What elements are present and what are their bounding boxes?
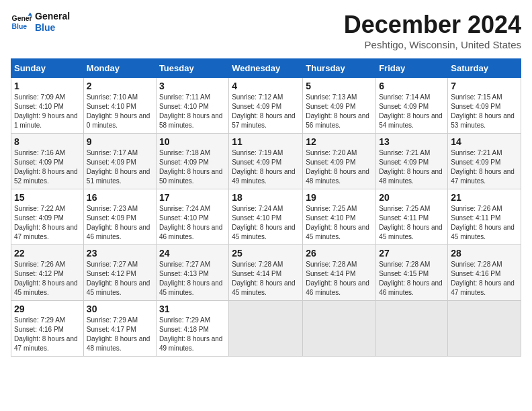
day-detail: Sunrise: 7:27 AMSunset: 4:13 PMDaylight:… — [159, 260, 226, 298]
day-detail: Sunrise: 7:21 AMSunset: 4:09 PMDaylight:… — [379, 148, 445, 186]
calendar-cell: 29Sunrise: 7:29 AMSunset: 4:16 PMDayligh… — [11, 301, 84, 357]
day-detail: Sunrise: 7:16 AMSunset: 4:09 PMDaylight:… — [14, 148, 81, 186]
day-number: 27 — [379, 248, 445, 259]
day-detail: Sunrise: 7:25 AMSunset: 4:11 PMDaylight:… — [379, 204, 445, 242]
calendar-cell: 14Sunrise: 7:21 AMSunset: 4:09 PMDayligh… — [448, 134, 521, 189]
day-number: 8 — [14, 136, 81, 147]
day-number: 7 — [451, 81, 518, 91]
day-detail: Sunrise: 7:29 AMSunset: 4:16 PMDaylight:… — [14, 316, 81, 353]
day-detail: Sunrise: 7:24 AMSunset: 4:10 PMDaylight:… — [232, 204, 300, 242]
calendar-cell: 11Sunrise: 7:19 AMSunset: 4:09 PMDayligh… — [229, 134, 303, 189]
calendar-table: SundayMondayTuesdayWednesdayThursdayFrid… — [11, 58, 521, 357]
calendar-cell: 31Sunrise: 7:29 AMSunset: 4:18 PMDayligh… — [156, 301, 228, 357]
calendar-cell: 23Sunrise: 7:27 AMSunset: 4:12 PMDayligh… — [83, 245, 156, 301]
calendar-cell — [448, 301, 521, 357]
day-detail: Sunrise: 7:24 AMSunset: 4:10 PMDaylight:… — [159, 204, 226, 242]
day-number: 14 — [451, 136, 518, 147]
col-header-saturday: Saturday — [448, 59, 521, 78]
calendar-cell: 2Sunrise: 7:10 AMSunset: 4:10 PMDaylight… — [83, 78, 156, 134]
col-header-tuesday: Tuesday — [156, 59, 228, 78]
day-detail: Sunrise: 7:28 AMSunset: 4:14 PMDaylight:… — [306, 260, 373, 298]
calendar-cell — [376, 301, 448, 357]
day-detail: Sunrise: 7:17 AMSunset: 4:09 PMDaylight:… — [87, 148, 153, 186]
day-number: 6 — [379, 81, 445, 91]
calendar-cell: 15Sunrise: 7:22 AMSunset: 4:09 PMDayligh… — [11, 189, 84, 245]
day-number: 24 — [159, 248, 226, 259]
day-detail: Sunrise: 7:15 AMSunset: 4:09 PMDaylight:… — [451, 93, 518, 130]
day-number: 12 — [306, 136, 373, 147]
day-detail: Sunrise: 7:09 AMSunset: 4:10 PMDaylight:… — [14, 93, 81, 130]
day-number: 9 — [87, 136, 153, 147]
svg-marker-2 — [28, 12, 32, 15]
week-row-2: 8Sunrise: 7:16 AMSunset: 4:09 PMDaylight… — [11, 134, 521, 189]
calendar-cell: 8Sunrise: 7:16 AMSunset: 4:09 PMDaylight… — [11, 134, 84, 189]
header: General Blue General Blue December 2024 … — [11, 11, 521, 50]
day-detail: Sunrise: 7:28 AMSunset: 4:14 PMDaylight:… — [232, 260, 300, 298]
week-row-5: 29Sunrise: 7:29 AMSunset: 4:16 PMDayligh… — [11, 301, 521, 357]
calendar-cell: 3Sunrise: 7:11 AMSunset: 4:10 PMDaylight… — [156, 78, 228, 134]
day-detail: Sunrise: 7:29 AMSunset: 4:17 PMDaylight:… — [87, 316, 153, 353]
day-detail: Sunrise: 7:27 AMSunset: 4:12 PMDaylight:… — [87, 260, 153, 298]
calendar-cell: 9Sunrise: 7:17 AMSunset: 4:09 PMDaylight… — [83, 134, 156, 189]
week-row-1: 1Sunrise: 7:09 AMSunset: 4:10 PMDaylight… — [11, 78, 521, 134]
day-detail: Sunrise: 7:23 AMSunset: 4:09 PMDaylight:… — [87, 204, 153, 242]
day-detail: Sunrise: 7:18 AMSunset: 4:09 PMDaylight:… — [159, 148, 226, 186]
day-number: 1 — [14, 81, 81, 91]
day-number: 25 — [232, 248, 300, 259]
calendar-cell: 28Sunrise: 7:28 AMSunset: 4:16 PMDayligh… — [448, 245, 521, 301]
calendar-cell: 12Sunrise: 7:20 AMSunset: 4:09 PMDayligh… — [303, 134, 376, 189]
calendar-header-row: SundayMondayTuesdayWednesdayThursdayFrid… — [11, 59, 521, 78]
calendar-cell: 7Sunrise: 7:15 AMSunset: 4:09 PMDaylight… — [448, 78, 521, 134]
day-number: 30 — [87, 304, 153, 314]
day-number: 13 — [379, 136, 445, 147]
day-detail: Sunrise: 7:28 AMSunset: 4:16 PMDaylight:… — [451, 260, 518, 298]
calendar-cell: 19Sunrise: 7:25 AMSunset: 4:10 PMDayligh… — [303, 189, 376, 245]
day-number: 19 — [306, 192, 373, 203]
col-header-monday: Monday — [83, 59, 156, 78]
day-detail: Sunrise: 7:11 AMSunset: 4:10 PMDaylight:… — [159, 93, 226, 130]
col-header-wednesday: Wednesday — [229, 59, 303, 78]
day-detail: Sunrise: 7:25 AMSunset: 4:10 PMDaylight:… — [306, 204, 373, 242]
day-number: 10 — [159, 136, 226, 147]
calendar-cell: 26Sunrise: 7:28 AMSunset: 4:14 PMDayligh… — [303, 245, 376, 301]
day-detail: Sunrise: 7:28 AMSunset: 4:15 PMDaylight:… — [379, 260, 445, 298]
day-number: 11 — [232, 136, 300, 147]
day-number: 4 — [232, 81, 300, 91]
svg-text:Blue: Blue — [12, 22, 28, 30]
calendar-cell: 5Sunrise: 7:13 AMSunset: 4:09 PMDaylight… — [303, 78, 376, 134]
day-detail: Sunrise: 7:10 AMSunset: 4:10 PMDaylight:… — [87, 93, 153, 130]
day-number: 31 — [159, 304, 226, 314]
day-number: 16 — [87, 192, 153, 203]
calendar-cell: 4Sunrise: 7:12 AMSunset: 4:09 PMDaylight… — [229, 78, 303, 134]
logo-line1: General — [35, 11, 70, 22]
logo-icon: General Blue — [11, 11, 32, 33]
day-number: 18 — [232, 192, 300, 203]
title-area: December 2024 Peshtigo, Wisconsin, Unite… — [344, 11, 521, 50]
calendar-cell: 21Sunrise: 7:26 AMSunset: 4:11 PMDayligh… — [448, 189, 521, 245]
day-detail: Sunrise: 7:12 AMSunset: 4:09 PMDaylight:… — [232, 93, 300, 130]
col-header-sunday: Sunday — [11, 59, 84, 78]
day-number: 28 — [451, 248, 518, 259]
calendar-cell: 16Sunrise: 7:23 AMSunset: 4:09 PMDayligh… — [83, 189, 156, 245]
calendar-cell: 25Sunrise: 7:28 AMSunset: 4:14 PMDayligh… — [229, 245, 303, 301]
day-number: 21 — [451, 192, 518, 203]
day-detail: Sunrise: 7:13 AMSunset: 4:09 PMDaylight:… — [306, 93, 373, 130]
week-row-3: 15Sunrise: 7:22 AMSunset: 4:09 PMDayligh… — [11, 189, 521, 245]
day-number: 3 — [159, 81, 226, 91]
calendar-cell — [229, 301, 303, 357]
svg-text:General: General — [12, 15, 32, 22]
day-number: 20 — [379, 192, 445, 203]
logo: General Blue General Blue — [11, 11, 70, 34]
page-subtitle: Peshtigo, Wisconsin, United States — [344, 39, 521, 50]
col-header-thursday: Thursday — [303, 59, 376, 78]
calendar-cell: 10Sunrise: 7:18 AMSunset: 4:09 PMDayligh… — [156, 134, 228, 189]
calendar-cell: 27Sunrise: 7:28 AMSunset: 4:15 PMDayligh… — [376, 245, 448, 301]
calendar-cell: 17Sunrise: 7:24 AMSunset: 4:10 PMDayligh… — [156, 189, 228, 245]
calendar-cell: 6Sunrise: 7:14 AMSunset: 4:09 PMDaylight… — [376, 78, 448, 134]
day-number: 23 — [87, 248, 153, 259]
day-detail: Sunrise: 7:20 AMSunset: 4:09 PMDaylight:… — [306, 148, 373, 186]
calendar-cell: 18Sunrise: 7:24 AMSunset: 4:10 PMDayligh… — [229, 189, 303, 245]
calendar-cell: 24Sunrise: 7:27 AMSunset: 4:13 PMDayligh… — [156, 245, 228, 301]
calendar-cell: 30Sunrise: 7:29 AMSunset: 4:17 PMDayligh… — [83, 301, 156, 357]
day-number: 22 — [14, 248, 81, 259]
